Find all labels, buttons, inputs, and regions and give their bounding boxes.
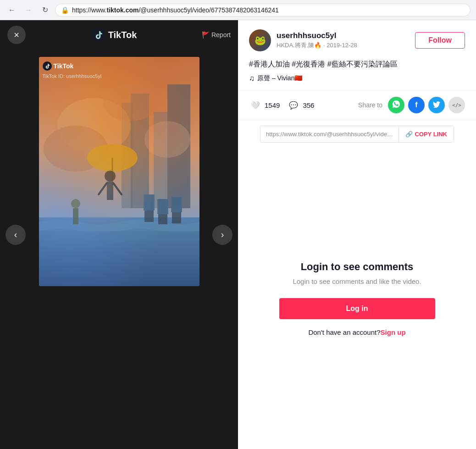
next-arrow-icon: › — [221, 229, 224, 240]
report-button[interactable]: 🚩 Report — [202, 31, 231, 39]
link-icon: 🔗 — [405, 131, 413, 138]
comments-count: 356 — [303, 101, 314, 109]
heart-icon[interactable]: 🤍 — [249, 99, 262, 111]
music-line: ♫ 原聲 – Vivian🇨🇳 — [249, 74, 465, 83]
music-icon: ♫ — [249, 74, 255, 83]
whatsapp-icon — [392, 100, 400, 111]
address-bar[interactable]: 🔒 https://www.tiktok.com/@userhhhsuoc5yl… — [55, 4, 470, 17]
tiktok-brand-label: TikTok — [108, 30, 137, 40]
share-whatsapp-button[interactable] — [388, 97, 404, 113]
url-bold: tiktok.com — [106, 6, 138, 14]
avatar-emoji: 🐸 — [255, 35, 266, 46]
video-watermark: TikTok — [43, 61, 74, 71]
url-suffix: /@userhhhsuoc5yl/video/67753874820631462… — [138, 6, 278, 14]
link-section: https://www.tiktok.com/@userhhhsuoc5yl/v… — [238, 120, 476, 148]
lock-icon: 🔒 — [61, 6, 69, 14]
share-twitter-button[interactable] — [428, 97, 445, 113]
watermark-tiktok-icon — [43, 61, 52, 71]
close-button[interactable]: × — [7, 26, 26, 44]
copy-link-button[interactable]: 🔗 COPY LINK — [399, 126, 454, 142]
share-embed-button[interactable]: </> — [448, 97, 465, 113]
likes-stat: 🤍 1549 — [249, 99, 280, 111]
flag-icon: 🚩 — [202, 31, 210, 39]
login-button[interactable]: Log in — [279, 298, 435, 319]
tiktok-icon — [91, 28, 105, 42]
video-topbar: × TikTok 🚩 Report — [0, 20, 238, 50]
address-text: https://www.tiktok.com/@userhhhsuoc5yl/v… — [72, 6, 279, 14]
caption-text: #香港人加油 #光復香港 #藍絲不要污染評論區 — [249, 59, 465, 70]
signup-link[interactable]: Sign up — [381, 328, 406, 336]
reload-button[interactable]: ↻ — [39, 4, 51, 17]
signup-line: Don't have an account?Sign up — [308, 328, 405, 336]
watermark-id-line: TikTok ID: userhhhsuoc5yl — [43, 72, 102, 80]
avatar: 🐸 — [249, 29, 271, 51]
signup-prompt: Don't have an account? — [308, 328, 380, 336]
close-icon: × — [14, 30, 19, 40]
watermark-text-label: TikTok — [54, 62, 74, 70]
next-video-button[interactable]: › — [212, 225, 232, 245]
stats-row: 🤍 1549 💬 356 Share to f — [238, 90, 476, 120]
url-prefix: https://www. — [72, 6, 106, 14]
link-text: https://www.tiktok.com/@userhhhsuoc5yl/v… — [260, 126, 399, 142]
user-details: userhhhsuoc5yl HKDA.將青.陳🔥 · 2019-12-28 — [277, 31, 357, 50]
login-title: Login to see comments — [301, 261, 414, 273]
embed-icon: </> — [452, 102, 461, 108]
username-text[interactable]: userhhhsuoc5yl — [277, 31, 357, 40]
share-row: Share to f </> — [358, 97, 465, 113]
login-section: Login to see comments Login to see comme… — [238, 148, 476, 449]
right-panel: 🐸 userhhhsuoc5yl HKDA.將青.陳🔥 · 2019-12-28… — [238, 20, 476, 449]
browser-chrome: ← → ↻ 🔒 https://www.tiktok.com/@userhhhs… — [0, 0, 476, 20]
twitter-icon — [433, 100, 440, 110]
main-layout: × TikTok 🚩 Report ‹ › — [0, 20, 476, 449]
link-row: https://www.tiktok.com/@userhhhsuoc5yl/v… — [260, 126, 454, 143]
user-header: 🐸 userhhhsuoc5yl HKDA.將青.陳🔥 · 2019-12-28… — [249, 29, 465, 51]
watermark-id-label: TikTok ID: userhhhsuoc5yl — [43, 73, 102, 79]
follow-button[interactable]: Follow — [415, 32, 465, 49]
comment-icon[interactable]: 💬 — [287, 99, 300, 111]
music-text: 原聲 – Vivian🇨🇳 — [257, 74, 302, 83]
report-label: Report — [211, 31, 231, 39]
art-overlay — [39, 57, 199, 286]
prev-arrow-icon: ‹ — [14, 229, 17, 240]
share-facebook-button[interactable]: f — [408, 97, 425, 113]
user-section: 🐸 userhhhsuoc5yl HKDA.將青.陳🔥 · 2019-12-28… — [238, 20, 476, 90]
facebook-icon: f — [415, 101, 417, 109]
copy-link-label: COPY LINK — [415, 131, 447, 138]
comments-stat: 💬 356 — [287, 99, 314, 111]
back-button[interactable]: ← — [6, 4, 18, 17]
artwork-bg — [39, 57, 199, 286]
share-label: Share to — [358, 101, 382, 109]
user-meta-text: HKDA.將青.陳🔥 · 2019-12-28 — [277, 41, 357, 50]
video-panel: × TikTok 🚩 Report ‹ › — [0, 20, 238, 449]
video-container: TikTok TikTok ID: userhhhsuoc5yl — [39, 57, 199, 286]
likes-count: 1549 — [265, 101, 280, 109]
login-subtitle: Login to see comments and like the video… — [293, 277, 421, 285]
prev-video-button[interactable]: ‹ — [6, 225, 26, 245]
forward-button[interactable]: → — [22, 4, 35, 17]
artwork-image — [39, 57, 199, 286]
tiktok-logo-area: TikTok — [91, 28, 137, 42]
user-info: 🐸 userhhhsuoc5yl HKDA.將青.陳🔥 · 2019-12-28 — [249, 29, 357, 51]
